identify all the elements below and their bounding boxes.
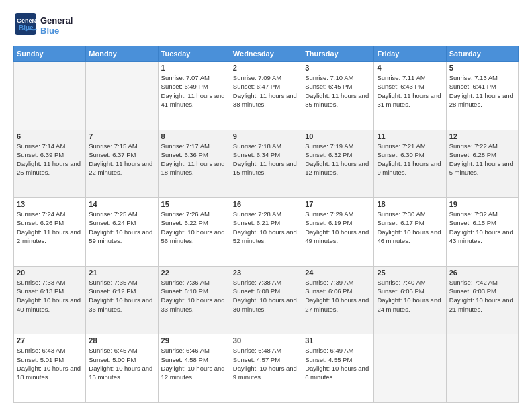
day-info: Sunrise: 7:07 AMSunset: 6:49 PMDaylight:… xyxy=(161,73,227,109)
day-info: Sunrise: 7:36 AMSunset: 6:10 PMDaylight:… xyxy=(161,278,227,314)
day-number: 1 xyxy=(161,64,227,72)
day-number: 2 xyxy=(233,64,299,72)
calendar-cell: 10Sunrise: 7:19 AMSunset: 6:32 PMDayligh… xyxy=(302,130,374,198)
calendar-cell: 28Sunrise: 6:45 AMSunset: 5:00 PMDayligh… xyxy=(86,334,158,403)
calendar-cell: 24Sunrise: 7:39 AMSunset: 6:06 PMDayligh… xyxy=(302,266,374,334)
day-number: 21 xyxy=(89,269,154,277)
calendar-cell: 25Sunrise: 7:40 AMSunset: 6:05 PMDayligh… xyxy=(374,266,446,334)
calendar-cell xyxy=(374,334,446,403)
calendar-week-1: 1Sunrise: 7:07 AMSunset: 6:49 PMDaylight… xyxy=(14,62,519,130)
day-number: 9 xyxy=(233,132,299,140)
calendar-cell: 21Sunrise: 7:35 AMSunset: 6:12 PMDayligh… xyxy=(86,266,158,334)
day-info: Sunrise: 7:25 AMSunset: 6:24 PMDaylight:… xyxy=(89,210,154,245)
day-number: 17 xyxy=(305,200,371,208)
day-info: Sunrise: 7:35 AMSunset: 6:12 PMDaylight:… xyxy=(89,278,154,314)
day-info: Sunrise: 7:42 AMSunset: 6:03 PMDaylight:… xyxy=(449,278,515,314)
day-number: 4 xyxy=(377,64,443,72)
calendar-cell: 15Sunrise: 7:26 AMSunset: 6:22 PMDayligh… xyxy=(158,198,230,267)
logo-blue: Blue xyxy=(40,26,73,36)
col-monday: Monday xyxy=(86,46,158,62)
page: General Blue General Blue Sunday Monday xyxy=(0,0,532,411)
calendar-header-row: Sunday Monday Tuesday Wednesday Thursday… xyxy=(14,46,519,62)
day-info: Sunrise: 7:14 AMSunset: 6:39 PMDaylight:… xyxy=(17,142,83,177)
day-info: Sunrise: 6:49 AMSunset: 4:55 PMDaylight:… xyxy=(305,346,371,381)
calendar-cell: 31Sunrise: 6:49 AMSunset: 4:55 PMDayligh… xyxy=(302,334,374,403)
day-number: 10 xyxy=(305,132,371,140)
day-number: 24 xyxy=(305,269,371,277)
calendar-cell: 11Sunrise: 7:21 AMSunset: 6:30 PMDayligh… xyxy=(374,130,446,198)
day-info: Sunrise: 7:21 AMSunset: 6:30 PMDaylight:… xyxy=(377,142,443,177)
calendar-cell: 13Sunrise: 7:24 AMSunset: 6:26 PMDayligh… xyxy=(14,198,86,267)
day-number: 7 xyxy=(89,132,154,140)
col-saturday: Saturday xyxy=(446,46,518,62)
calendar-cell: 3Sunrise: 7:10 AMSunset: 6:45 PMDaylight… xyxy=(302,62,374,130)
day-number: 30 xyxy=(233,336,299,345)
day-number: 28 xyxy=(89,336,154,345)
day-number: 15 xyxy=(161,200,227,208)
calendar-cell: 29Sunrise: 6:46 AMSunset: 4:58 PMDayligh… xyxy=(158,334,230,403)
calendar-cell: 5Sunrise: 7:13 AMSunset: 6:41 PMDaylight… xyxy=(446,62,518,130)
day-number: 29 xyxy=(161,336,227,345)
calendar-cell xyxy=(86,62,158,130)
calendar-cell: 9Sunrise: 7:18 AMSunset: 6:34 PMDaylight… xyxy=(230,130,302,198)
day-info: Sunrise: 7:29 AMSunset: 6:19 PMDaylight:… xyxy=(305,210,371,245)
day-number: 13 xyxy=(17,200,83,208)
col-thursday: Thursday xyxy=(302,46,374,62)
calendar-week-4: 20Sunrise: 7:33 AMSunset: 6:13 PMDayligh… xyxy=(14,266,519,334)
day-info: Sunrise: 7:40 AMSunset: 6:05 PMDaylight:… xyxy=(377,278,443,314)
calendar-cell: 6Sunrise: 7:14 AMSunset: 6:39 PMDaylight… xyxy=(14,130,86,198)
day-number: 20 xyxy=(17,269,83,277)
day-number: 19 xyxy=(449,200,515,208)
calendar-cell: 23Sunrise: 7:38 AMSunset: 6:08 PMDayligh… xyxy=(230,266,302,334)
day-info: Sunrise: 7:38 AMSunset: 6:08 PMDaylight:… xyxy=(233,278,299,314)
calendar-table: Sunday Monday Tuesday Wednesday Thursday… xyxy=(13,46,519,403)
calendar-cell xyxy=(446,334,518,403)
day-number: 22 xyxy=(161,269,227,277)
day-info: Sunrise: 7:30 AMSunset: 6:17 PMDaylight:… xyxy=(377,210,443,245)
day-info: Sunrise: 7:18 AMSunset: 6:34 PMDaylight:… xyxy=(233,142,299,177)
day-info: Sunrise: 7:26 AMSunset: 6:22 PMDaylight:… xyxy=(161,210,227,245)
day-number: 8 xyxy=(161,132,227,140)
day-info: Sunrise: 7:33 AMSunset: 6:13 PMDaylight:… xyxy=(17,278,83,314)
calendar-cell: 22Sunrise: 7:36 AMSunset: 6:10 PMDayligh… xyxy=(158,266,230,334)
calendar-cell xyxy=(14,62,86,130)
day-info: Sunrise: 7:39 AMSunset: 6:06 PMDaylight:… xyxy=(305,278,371,314)
calendar-week-5: 27Sunrise: 6:43 AMSunset: 5:01 PMDayligh… xyxy=(14,334,519,403)
day-info: Sunrise: 7:24 AMSunset: 6:26 PMDaylight:… xyxy=(17,210,83,245)
svg-text:General: General xyxy=(17,17,38,24)
calendar-cell: 4Sunrise: 7:11 AMSunset: 6:43 PMDaylight… xyxy=(374,62,446,130)
calendar-week-3: 13Sunrise: 7:24 AMSunset: 6:26 PMDayligh… xyxy=(14,198,519,267)
calendar-cell: 27Sunrise: 6:43 AMSunset: 5:01 PMDayligh… xyxy=(14,334,86,403)
day-number: 25 xyxy=(377,269,443,277)
day-info: Sunrise: 6:46 AMSunset: 4:58 PMDaylight:… xyxy=(161,346,227,381)
day-info: Sunrise: 7:32 AMSunset: 6:15 PMDaylight:… xyxy=(449,210,515,245)
day-info: Sunrise: 7:22 AMSunset: 6:28 PMDaylight:… xyxy=(449,142,515,177)
day-number: 27 xyxy=(17,336,83,345)
calendar-cell: 7Sunrise: 7:15 AMSunset: 6:37 PMDaylight… xyxy=(86,130,158,198)
day-number: 5 xyxy=(449,64,515,72)
calendar-cell: 2Sunrise: 7:09 AMSunset: 6:47 PMDaylight… xyxy=(230,62,302,130)
day-info: Sunrise: 7:28 AMSunset: 6:21 PMDaylight:… xyxy=(233,210,299,245)
col-wednesday: Wednesday xyxy=(230,46,302,62)
day-info: Sunrise: 7:17 AMSunset: 6:36 PMDaylight:… xyxy=(161,142,227,177)
day-info: Sunrise: 7:19 AMSunset: 6:32 PMDaylight:… xyxy=(305,142,371,177)
day-info: Sunrise: 7:09 AMSunset: 6:47 PMDaylight:… xyxy=(233,73,299,109)
logo-general: General xyxy=(40,15,73,26)
calendar-cell: 30Sunrise: 6:48 AMSunset: 4:57 PMDayligh… xyxy=(230,334,302,403)
calendar-cell: 26Sunrise: 7:42 AMSunset: 6:03 PMDayligh… xyxy=(446,266,518,334)
day-info: Sunrise: 6:48 AMSunset: 4:57 PMDaylight:… xyxy=(233,346,299,381)
calendar-cell: 8Sunrise: 7:17 AMSunset: 6:36 PMDaylight… xyxy=(158,130,230,198)
day-number: 14 xyxy=(89,200,154,208)
day-info: Sunrise: 7:15 AMSunset: 6:37 PMDaylight:… xyxy=(89,142,154,177)
day-number: 18 xyxy=(377,200,443,208)
header: General Blue General Blue xyxy=(13,12,519,39)
calendar-cell: 1Sunrise: 7:07 AMSunset: 6:49 PMDaylight… xyxy=(158,62,230,130)
col-tuesday: Tuesday xyxy=(158,46,230,62)
col-sunday: Sunday xyxy=(14,46,86,62)
calendar-cell: 19Sunrise: 7:32 AMSunset: 6:15 PMDayligh… xyxy=(446,198,518,267)
calendar-cell: 12Sunrise: 7:22 AMSunset: 6:28 PMDayligh… xyxy=(446,130,518,198)
day-number: 31 xyxy=(305,336,371,345)
calendar-week-2: 6Sunrise: 7:14 AMSunset: 6:39 PMDaylight… xyxy=(14,130,519,198)
day-info: Sunrise: 7:11 AMSunset: 6:43 PMDaylight:… xyxy=(377,73,443,109)
day-info: Sunrise: 6:45 AMSunset: 5:00 PMDaylight:… xyxy=(89,346,154,381)
